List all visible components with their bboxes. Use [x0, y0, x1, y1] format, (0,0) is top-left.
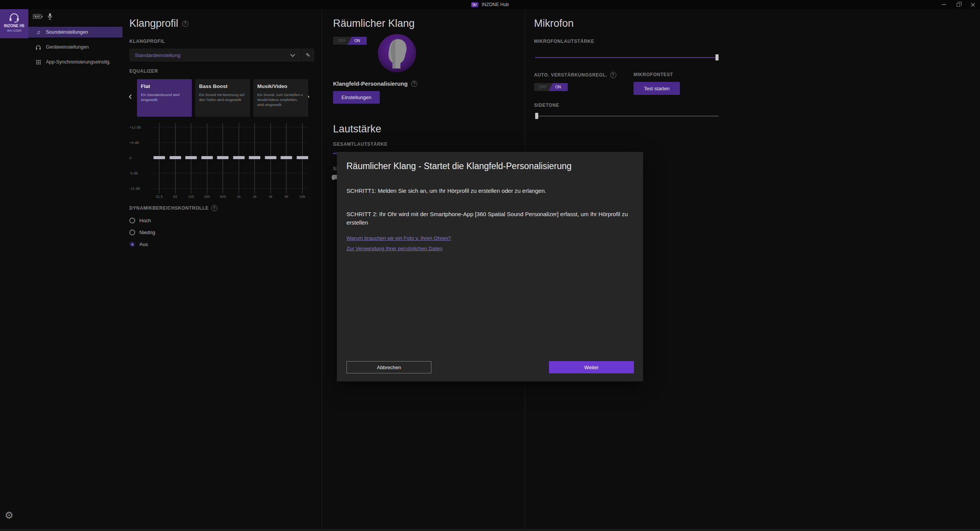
device-name: INZONE H5: [4, 24, 24, 28]
spatial-sound-toggle[interactable]: OFF ON: [333, 37, 367, 45]
slider-fill: [535, 57, 719, 58]
settings-gear-icon[interactable]: ⚙: [5, 510, 13, 520]
restore-button[interactable]: [951, 0, 965, 9]
weiter-button[interactable]: Weiter: [549, 361, 634, 373]
sidetone-handle[interactable]: [535, 113, 538, 119]
eq-band-label: 250: [201, 194, 213, 199]
eq-band-handle[interactable]: [297, 156, 308, 159]
klangprofil-label: KLANGPROFIL: [129, 39, 165, 44]
headphones-icon: [35, 45, 41, 50]
mic-volume-handle[interactable]: [715, 54, 719, 60]
help-icon[interactable]: [411, 81, 417, 87]
sidetone-label: SIDETONE: [534, 103, 559, 108]
sidebar-item-label: Geräteeinstellungen: [46, 44, 89, 50]
sidebar-item-soundeinstellungen[interactable]: ♫ Soundeinstellungen: [28, 27, 122, 37]
eq-band-label: 500: [217, 194, 229, 199]
device-tile[interactable]: INZONE H5 WH-G500: [0, 9, 28, 38]
window-controls: [936, 0, 980, 9]
eq-y-tick-label: 0: [129, 156, 149, 160]
eq-band-handle[interactable]: [249, 156, 260, 159]
agc-label: AUTO. VERSTÄRKUNGSREGL.: [534, 72, 616, 78]
close-button[interactable]: [965, 0, 980, 9]
dialog-step1: SCHRITT1: Melden Sie sich an, um Ihr Hör…: [346, 187, 634, 194]
eq-y-tick-label: +12 dB: [129, 125, 149, 129]
gesamtlautstaerke-label: GESAMTLAUTSTÄRKE: [333, 142, 387, 147]
preset-name: Bass Boost: [199, 83, 246, 89]
eq-band-label: 1k: [233, 194, 245, 199]
mikrofontest-label: MIKROFONTEST: [634, 72, 673, 77]
eq-band-label: 125: [185, 194, 197, 199]
eq-band-handle[interactable]: [233, 156, 245, 159]
bottom-strip: [0, 529, 980, 531]
drc-option-niedrig[interactable]: Niedrig: [129, 230, 155, 235]
eq-band-label: 63: [169, 194, 181, 199]
abbrechen-button[interactable]: Abbrechen: [346, 361, 431, 373]
preset-desc: Ein Standardsound wird eingestellt.: [141, 93, 188, 103]
eq-band-handle[interactable]: [201, 156, 213, 159]
help-icon[interactable]: [610, 72, 616, 78]
app-window: INZONE Hub INZONE H5 WH-G500 ⚙ ♫: [0, 0, 980, 531]
edit-profile-button[interactable]: ✎: [301, 49, 314, 62]
drc-option-aus[interactable]: Aus: [129, 241, 148, 247]
dialog-step2: SCHRITT 2: Ihr Ohr wird mit der Smartpho…: [346, 210, 636, 227]
dialog-title: Räumlicher Klang - Startet die Klangfeld…: [346, 161, 572, 171]
help-icon[interactable]: [182, 21, 188, 27]
lautstaerke-title: Lautstärke: [333, 123, 381, 135]
klangprofil-title: Klangprofil: [129, 18, 188, 29]
eq-band: 125: [185, 122, 197, 199]
drc-label: DYNAMIKBEREICHSKONTROLLE: [129, 205, 217, 211]
titlebar-brand: INZONE Hub: [471, 2, 509, 7]
help-icon[interactable]: [211, 205, 217, 211]
mic-volume-slider[interactable]: [535, 54, 719, 60]
chevron-down-icon: [290, 52, 295, 57]
eq-y-tick-label: -6 dB: [129, 171, 149, 175]
klangprofil-dropdown-value: Standardeinstellung: [129, 52, 291, 58]
grid-icon: [35, 60, 41, 65]
preset-name: Flat: [141, 83, 188, 89]
eq-y-tick-label: +6 dB: [129, 140, 149, 145]
eq-band-handle[interactable]: [154, 156, 165, 159]
drc-option-hoch[interactable]: Hoch: [129, 218, 151, 223]
head-avatar: [377, 33, 417, 73]
radio-icon: [129, 218, 135, 223]
equalizer-presets: Flat Ein Standardsound wird eingestellt.…: [137, 79, 308, 117]
einstellungen-button[interactable]: Einstellungen: [333, 91, 380, 104]
eq-band: 500: [217, 122, 229, 199]
sidebar-item-label: Soundeinstellungen: [46, 29, 88, 35]
klangprofil-dropdown[interactable]: Standardeinstellung ✎: [129, 49, 314, 62]
preset-desc: Ein Sound, zum Genießen v. Musik/Videos …: [257, 93, 304, 107]
preset-card-flat[interactable]: Flat Ein Standardsound wird eingestellt.: [137, 79, 192, 117]
eq-band: 4k: [265, 122, 277, 199]
minimize-button[interactable]: [936, 0, 951, 9]
column-divider: [322, 9, 322, 529]
carousel-prev-icon[interactable]: ‹: [129, 90, 132, 102]
eq-band: 1k: [233, 122, 245, 199]
klangfeld-label-text: Klangfeld-Personalisierung: [333, 80, 408, 87]
eq-plot: 31.5631252505001k2k4k8k16k: [153, 122, 309, 199]
sidetone-slider[interactable]: [535, 113, 719, 119]
preset-desc: Ein Sound mit Betonung auf den Tiefen wi…: [199, 93, 246, 103]
sidebar-item-geraeteeinstellungen[interactable]: Geräteeinstellungen: [28, 42, 122, 52]
eq-band-handle[interactable]: [265, 156, 276, 159]
why-ear-photo-link[interactable]: Warum brauchen wir ein Foto v. Ihren Ohr…: [346, 235, 451, 241]
device-model: WH-G500: [7, 29, 21, 33]
preset-card-bass-boost[interactable]: Bass Boost Ein Sound mit Betonung auf de…: [195, 79, 250, 117]
agc-toggle[interactable]: OFF ON: [534, 83, 568, 91]
eq-band-label: 4k: [265, 194, 277, 199]
eq-band-handle[interactable]: [170, 156, 181, 159]
eq-band-handle[interactable]: [185, 156, 197, 159]
mikrofon-title: Mikrofon: [534, 18, 574, 29]
personal-data-usage-link[interactable]: Zur Verwendung Ihrer persönlichen Daten: [346, 246, 443, 251]
mikrofonlautstaerke-label: MIKROFONLAUTSTÄRKE: [534, 39, 594, 44]
toggle-off-label: OFF: [534, 83, 552, 91]
test-starten-button[interactable]: Test starten: [634, 82, 680, 95]
klangprofil-title-text: Klangprofil: [129, 18, 178, 29]
eq-band-handle[interactable]: [217, 156, 229, 159]
eq-band: 31.5: [153, 122, 165, 199]
microphone-status-icon: [47, 13, 52, 20]
eq-band-handle[interactable]: [281, 156, 292, 159]
sidebar-item-app-synchronisierung[interactable]: App-Synchronisierungseinstlg.: [28, 57, 122, 67]
eq-band: 16k: [296, 122, 309, 199]
preset-card-musik-video[interactable]: Musik/Video Ein Sound, zum Genießen v. M…: [253, 79, 308, 117]
inzone-logo-icon: [471, 2, 479, 7]
